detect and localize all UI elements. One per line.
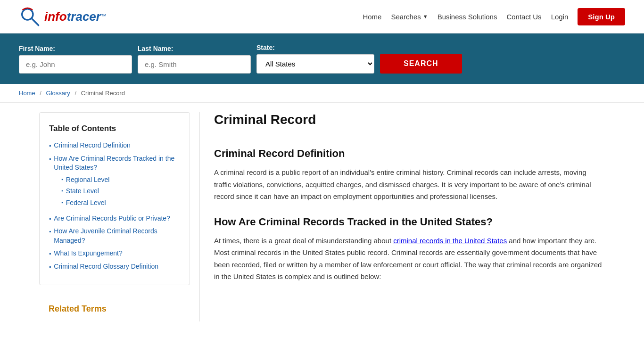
toc-link-federal[interactable]: Federal Level	[66, 198, 106, 208]
toc-link-tracked[interactable]: How Are Criminal Records Tracked in the …	[54, 155, 174, 172]
toc-link-regional[interactable]: Regional Level	[66, 175, 110, 185]
logo-area: infotracer™	[19, 5, 107, 28]
main-content: Table of Contents Criminal Record Defini…	[20, 103, 624, 331]
toc-link-glossary[interactable]: Criminal Record Glossary Definition	[54, 262, 158, 272]
article: Criminal Record Criminal Record Definiti…	[199, 112, 605, 321]
section1-title: Criminal Record Definition	[214, 148, 605, 160]
toc-sublist: Regional Level State Level Federal Level	[54, 175, 180, 208]
criminal-records-link[interactable]: criminal records in the United States	[393, 237, 507, 245]
state-select[interactable]: All States Alabama Alaska Arizona Arkans…	[256, 54, 374, 74]
list-item: How Are Criminal Records Tracked in the …	[49, 154, 180, 210]
logo-text: infotracer™	[44, 9, 107, 24]
toc-list: Criminal Record Definition How Are Crimi…	[49, 141, 180, 272]
search-button[interactable]: SEARCH	[380, 54, 462, 74]
section2-text: At times, there is a great deal of misun…	[214, 235, 605, 283]
list-item: What Is Expungement?	[49, 249, 180, 258]
first-name-input[interactable]	[19, 55, 132, 74]
state-label: State:	[256, 44, 374, 51]
toc-title: Table of Contents	[49, 124, 180, 133]
logo-icon	[19, 5, 42, 28]
nav-business-solutions[interactable]: Business Solutions	[438, 13, 497, 21]
main-nav: Home Searches ▼ Business Solutions Conta…	[363, 8, 625, 25]
nav-contact-us[interactable]: Contact Us	[506, 13, 541, 21]
last-name-label: Last Name:	[138, 45, 251, 52]
breadcrumb-home[interactable]: Home	[19, 90, 35, 97]
search-bar: First Name: Last Name: State: All States…	[0, 33, 644, 84]
section2-title: How Are Criminal Records Tracked in the …	[214, 216, 605, 228]
first-name-field: First Name:	[19, 45, 132, 74]
nav-searches[interactable]: Searches ▼	[391, 13, 428, 21]
toc-link-public[interactable]: Are Criminal Records Public or Private?	[54, 214, 170, 223]
breadcrumb: Home / Glossary / Criminal Record	[0, 84, 644, 103]
list-item: Federal Level	[61, 198, 180, 208]
sidebar: Table of Contents Criminal Record Defini…	[39, 112, 199, 321]
list-item: State Level	[61, 187, 180, 196]
list-item: How Are Juvenile Criminal Records Manage…	[49, 227, 180, 245]
related-terms-title: Related Terms	[49, 304, 181, 314]
first-name-label: First Name:	[19, 45, 132, 52]
last-name-field: Last Name:	[138, 45, 251, 74]
toc-link-state[interactable]: State Level	[66, 187, 99, 196]
breadcrumb-sep1: /	[40, 90, 41, 97]
state-field: State: All States Alabama Alaska Arizona…	[256, 44, 374, 74]
signup-button[interactable]: Sign Up	[578, 8, 625, 25]
toc-link-definition[interactable]: Criminal Record Definition	[54, 141, 131, 150]
header: infotracer™ Home Searches ▼ Business Sol…	[0, 0, 644, 33]
login-button[interactable]: Login	[551, 13, 569, 21]
searches-chevron-icon: ▼	[423, 14, 428, 19]
section1-text: A criminal record is a public report of …	[214, 166, 605, 203]
nav-home[interactable]: Home	[363, 13, 381, 21]
last-name-input[interactable]	[138, 55, 251, 74]
svg-line-1	[32, 18, 39, 25]
breadcrumb-sep2: /	[74, 90, 76, 97]
toc-link-expungement[interactable]: What Is Expungement?	[54, 249, 123, 258]
related-terms-section: Related Terms	[39, 296, 190, 321]
article-title: Criminal Record	[214, 112, 605, 127]
toc-box: Table of Contents Criminal Record Defini…	[39, 112, 190, 285]
list-item: Are Criminal Records Public or Private?	[49, 214, 180, 223]
list-item: Criminal Record Glossary Definition	[49, 262, 180, 272]
list-item: Regional Level	[61, 175, 180, 185]
article-divider	[214, 136, 605, 136]
list-item: Criminal Record Definition	[49, 141, 180, 150]
breadcrumb-current: Criminal Record	[81, 90, 125, 97]
section2-text-before: At times, there is a great deal of misun…	[214, 237, 393, 245]
toc-link-juvenile[interactable]: How Are Juvenile Criminal Records Manage…	[54, 227, 180, 245]
breadcrumb-glossary[interactable]: Glossary	[46, 90, 70, 97]
